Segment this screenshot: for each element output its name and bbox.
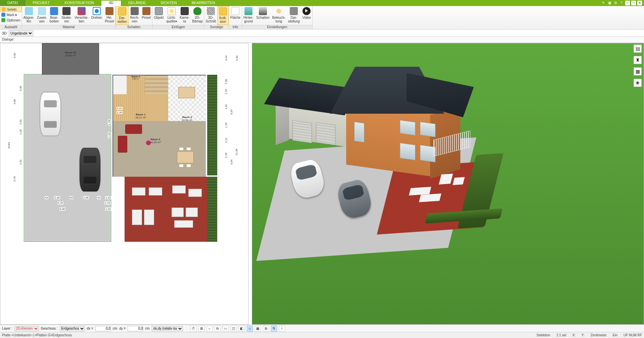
display-settings[interactable]: Dar- stellung xyxy=(287,6,301,25)
layers-icon[interactable]: ▤ xyxy=(634,45,642,53)
menu-tab-gelaende[interactable]: GELÄNDE xyxy=(121,0,153,6)
dim-label: 5,44 xyxy=(236,55,239,61)
layer-select[interactable]: Urgelände xyxy=(9,30,33,36)
pane-splitter[interactable] xyxy=(248,43,250,325)
lighting-settings[interactable]: Beleuch- tung xyxy=(271,6,287,25)
options-tool[interactable]: Optionen xyxy=(0,17,22,23)
group-label: Einfügen xyxy=(152,25,204,29)
toggle-4[interactable]: ▭ xyxy=(223,326,229,332)
video-settings[interactable]: Video xyxy=(301,6,312,25)
dim-label: 42 xyxy=(45,196,48,199)
insert-camera[interactable]: Kame- ra xyxy=(178,6,191,25)
mark-tool[interactable]: Mark. ▾ xyxy=(0,12,22,17)
3d-view[interactable]: ▤ ♜ ▦ ❀ xyxy=(252,43,644,325)
minimize-button[interactable]: ─ xyxy=(625,1,630,5)
group-label: Sonstige xyxy=(204,25,229,29)
plant-icon[interactable]: ❀ xyxy=(634,79,642,87)
menu-tab-datei[interactable]: DATEI xyxy=(0,0,26,6)
view-selector-bar: 3D Urgelände xyxy=(0,30,644,37)
floor-select[interactable]: Erdgeschos xyxy=(60,326,85,331)
toggle-11[interactable]: i xyxy=(279,326,285,332)
dim-label: 2,26 xyxy=(19,129,22,135)
status-selection: Selektion xyxy=(537,333,550,337)
status-left: Platte <Unbekannt> L=Platten G=Erdgescho… xyxy=(2,333,72,337)
area-info[interactable]: Fläche xyxy=(229,6,242,25)
dim-label: 1,23 xyxy=(105,208,111,211)
collision[interactable]: Kolli- sion xyxy=(217,6,229,25)
insert-3dbitmap[interactable]: 3D- Bitmap xyxy=(191,6,204,25)
toggle-6[interactable]: ◧ xyxy=(239,326,245,332)
insert-object[interactable]: Objekt xyxy=(152,6,165,25)
edit-material[interactable]: Bear- beiten xyxy=(48,6,60,25)
menu-tab-konstruktion[interactable]: KONSTRUKTION xyxy=(57,0,101,6)
brush-tool[interactable]: Hin. Pinsel xyxy=(103,6,115,25)
ribbon-group-info: Fläche Info xyxy=(229,6,242,29)
dim-label: 6,97 xyxy=(230,109,233,115)
menu-tab-bearbeiten[interactable]: BEARBEITEN xyxy=(184,0,223,6)
dy-label: dy = xyxy=(119,327,126,330)
dim-label: 64 xyxy=(70,196,73,199)
furniture-icon[interactable]: ♜ xyxy=(634,56,642,64)
menu-tab-3d[interactable]: 3D xyxy=(101,0,121,6)
insert-light[interactable]: Licht- quelle▾ xyxy=(165,6,178,25)
toggle-0[interactable]: ⏱ xyxy=(190,326,196,332)
toggle-5[interactable]: ◫ xyxy=(231,326,237,332)
dy-input[interactable] xyxy=(128,326,143,331)
coord-mode-select[interactable]: dx,dy (relativ ka xyxy=(152,326,183,331)
settings-icon[interactable]: ⚙ xyxy=(613,1,618,5)
dim-label: 2,12 xyxy=(225,137,228,144)
dim-label: 1,23 xyxy=(105,196,111,199)
room-2: Raum 2 46,45 m² xyxy=(113,121,206,177)
toggle-10[interactable]: N xyxy=(271,326,277,332)
dim-label: 2,26 xyxy=(54,196,60,199)
toggle-8[interactable]: ▦ xyxy=(255,326,261,332)
palette-icon[interactable]: ▦ xyxy=(634,67,642,75)
help-icon[interactable]: ? xyxy=(619,1,624,5)
toolbox-icon[interactable]: ▣ xyxy=(607,1,612,5)
scale-material[interactable]: Skalie- ren xyxy=(60,6,73,25)
menu-tab-sichten[interactable]: SICHTEN xyxy=(153,0,184,6)
ribbon-group-einfuegen: Objekt Licht- quelle▾ Kame- ra 3D- Bitma… xyxy=(152,6,204,29)
status-caps: UF NUM RF xyxy=(624,333,642,337)
garage-room: Raum 21 38,83 m² xyxy=(42,43,99,75)
close-button[interactable]: ✕ xyxy=(637,1,642,5)
menu-bar: DATEI PROJEKT KONSTRUKTION 3D GELÄNDE SI… xyxy=(0,0,644,6)
dim-label: 1,23 xyxy=(108,132,111,138)
chevron-down-icon: ▾ xyxy=(15,13,17,17)
pencil-icon[interactable]: ✎ xyxy=(601,1,606,5)
toggle-7[interactable]: ◇ xyxy=(247,326,253,332)
3d-section[interactable]: 3D- Schnitt xyxy=(204,6,217,25)
render-shadow[interactable]: Dar- stellen xyxy=(116,6,129,25)
pick-material[interactable]: Abgrei- fen xyxy=(22,6,36,25)
dim-label: 3,54 xyxy=(230,159,233,165)
dim-label: 11,36 xyxy=(235,148,238,156)
shadow-settings[interactable]: Schatten xyxy=(255,6,271,25)
toggle-2[interactable]: ☼ xyxy=(206,326,213,332)
toggle-9[interactable]: ⊞ xyxy=(263,326,269,332)
group-label: Auswahl xyxy=(0,25,22,29)
select-tool[interactable]: Selekt. xyxy=(0,7,22,12)
ribbon-group-einstellungen: Hinter- grund Schatten Beleuch- tung Dar… xyxy=(242,6,313,29)
floorplan-view[interactable]: Raum 21 38,83 m² Raum 4 2,89 m² xyxy=(0,43,248,325)
dx-input[interactable] xyxy=(95,326,111,331)
status-x: X: xyxy=(572,333,575,337)
move-material[interactable]: Verschie- ben xyxy=(73,6,90,25)
dialog-bar: Dialoge: xyxy=(0,37,644,43)
maximize-button[interactable]: □ xyxy=(631,1,636,5)
calc-shadow[interactable]: Rech- nen xyxy=(129,6,140,25)
menu-tab-projekt[interactable]: PROJEKT xyxy=(26,0,57,6)
layer-select-bottom[interactable]: 2D-Elemen xyxy=(14,326,39,331)
toggle-3[interactable]: ⧉ xyxy=(215,326,221,332)
dim-label: 1,76 xyxy=(225,89,228,95)
background-settings[interactable]: Hinter- grund xyxy=(242,6,255,25)
toggle-1[interactable]: 🖥 xyxy=(198,326,204,332)
group-label: Material xyxy=(22,25,116,29)
dim-label: 5,76 xyxy=(13,176,16,182)
dx-label: dx = xyxy=(87,327,93,330)
rotate-material[interactable]: Drehen xyxy=(90,6,103,25)
layer-label: Layer : xyxy=(2,327,12,330)
assign-material[interactable]: Zuwei- sen xyxy=(36,6,48,25)
dy-unit: cm xyxy=(145,327,149,330)
shadow-brush[interactable]: Pinsel xyxy=(140,6,152,25)
dim-label: 1,09 xyxy=(225,79,228,85)
